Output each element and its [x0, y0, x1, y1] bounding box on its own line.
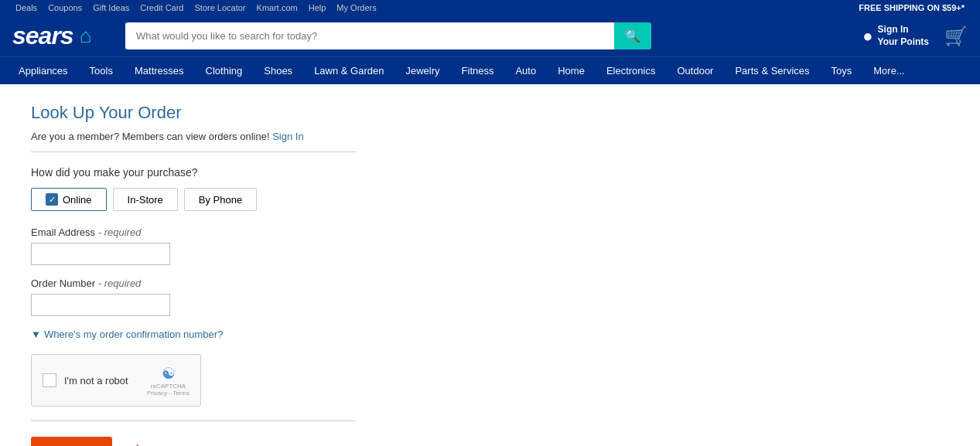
- recaptcha-icon: ☯: [162, 364, 176, 383]
- captcha-logo: ☯ reCAPTCHA Privacy - Terms: [147, 364, 190, 397]
- help-link[interactable]: Help: [309, 3, 326, 12]
- sign-in-link[interactable]: Sign In: [272, 131, 303, 142]
- chevron-down-icon: ▼: [31, 329, 41, 340]
- section-divider: [31, 152, 356, 152]
- purchase-options: ✓ Online In-Store By Phone: [31, 188, 510, 211]
- kmart-link[interactable]: Kmart.com: [257, 3, 298, 12]
- header-right: ● Sign In Your Points 🛒: [862, 24, 968, 48]
- nav-mattresses[interactable]: Mattresses: [124, 57, 195, 84]
- in-store-label: In-Store: [128, 194, 163, 206]
- member-text: Are you a member? Members can view order…: [31, 131, 510, 142]
- captcha-checkbox[interactable]: [43, 373, 56, 387]
- sign-in-area[interactable]: ● Sign In Your Points: [862, 24, 929, 48]
- captcha-label: I'm not a robot: [64, 375, 139, 386]
- my-orders-link[interactable]: My Orders: [336, 3, 376, 12]
- search-input[interactable]: [125, 22, 614, 49]
- logo-area[interactable]: sears ⌂: [12, 22, 113, 50]
- page-title: Look Up Your Order: [31, 103, 510, 123]
- nav-bar: Appliances Tools Mattresses Clothing Sho…: [0, 56, 980, 84]
- nav-electronics[interactable]: Electronics: [596, 57, 667, 84]
- order-number-label: Order Number - required: [31, 277, 510, 289]
- gift-ideas-link[interactable]: Gift Ideas: [93, 3, 129, 12]
- captcha-widget: I'm not a robot ☯ reCAPTCHA Privacy - Te…: [31, 354, 201, 407]
- check-icon: ✓: [46, 193, 58, 206]
- nav-auto[interactable]: Auto: [504, 57, 547, 84]
- nav-shoes[interactable]: Shoes: [253, 57, 303, 84]
- purchase-question: How did you make your purchase?: [31, 166, 510, 179]
- in-store-option[interactable]: In-Store: [113, 188, 178, 211]
- search-bar: 🔍: [125, 22, 651, 49]
- order-number-input[interactable]: [31, 294, 170, 316]
- coupons-link[interactable]: Coupons: [48, 3, 82, 12]
- nav-toys[interactable]: Toys: [821, 57, 863, 84]
- form-divider: [31, 420, 356, 421]
- credit-card-link[interactable]: Credit Card: [140, 3, 183, 12]
- nav-appliances[interactable]: Appliances: [8, 57, 79, 84]
- captcha-privacy: Privacy - Terms: [147, 390, 190, 397]
- house-icon: ⌂: [80, 24, 92, 48]
- deals-link[interactable]: Deals: [15, 3, 37, 12]
- by-phone-option[interactable]: By Phone: [184, 188, 257, 211]
- nav-clothing[interactable]: Clothing: [195, 57, 254, 84]
- main-header: sears ⌂ 🔍 ● Sign In Your Points 🛒: [0, 15, 980, 56]
- search-button[interactable]: 🔍: [614, 22, 651, 49]
- nav-more[interactable]: More...: [862, 57, 915, 84]
- nav-home[interactable]: Home: [547, 57, 596, 84]
- email-input[interactable]: [31, 243, 170, 265]
- sign-in-text: Sign In Your Points: [878, 24, 929, 48]
- utility-links: Deals Coupons Gift Ideas Credit Card Sto…: [15, 3, 377, 12]
- nav-tools[interactable]: Tools: [79, 57, 124, 84]
- main-content: Look Up Your Order Are you a member? Mem…: [0, 84, 541, 446]
- search-icon: 🔍: [625, 29, 640, 43]
- user-icon: ●: [862, 26, 872, 46]
- nav-jewelry[interactable]: Jewelry: [394, 57, 450, 84]
- email-label: Email Address - required: [31, 226, 510, 238]
- order-help-link[interactable]: ▼ Where's my order confirmation number?: [31, 329, 510, 340]
- nav-fitness[interactable]: Fitness: [451, 57, 505, 84]
- nav-outdoor[interactable]: Outdoor: [666, 57, 724, 84]
- recaptcha-brand: reCAPTCHA: [151, 383, 186, 390]
- sears-logo-text: sears: [12, 22, 73, 50]
- nav-parts-services[interactable]: Parts & Services: [724, 57, 820, 84]
- free-shipping-badge: FREE SHIPPING ON $59+*: [859, 3, 965, 12]
- by-phone-label: By Phone: [199, 194, 242, 206]
- online-label: Online: [63, 194, 92, 206]
- store-locator-link[interactable]: Store Locator: [195, 3, 246, 12]
- continue-button[interactable]: Continue: [31, 437, 112, 446]
- nav-lawn-garden[interactable]: Lawn & Garden: [303, 57, 394, 84]
- continue-row: Continue: [31, 437, 510, 446]
- utility-bar: Deals Coupons Gift Ideas Credit Card Sto…: [0, 0, 980, 15]
- cart-icon[interactable]: 🛒: [944, 26, 968, 47]
- online-option[interactable]: ✓ Online: [31, 188, 107, 211]
